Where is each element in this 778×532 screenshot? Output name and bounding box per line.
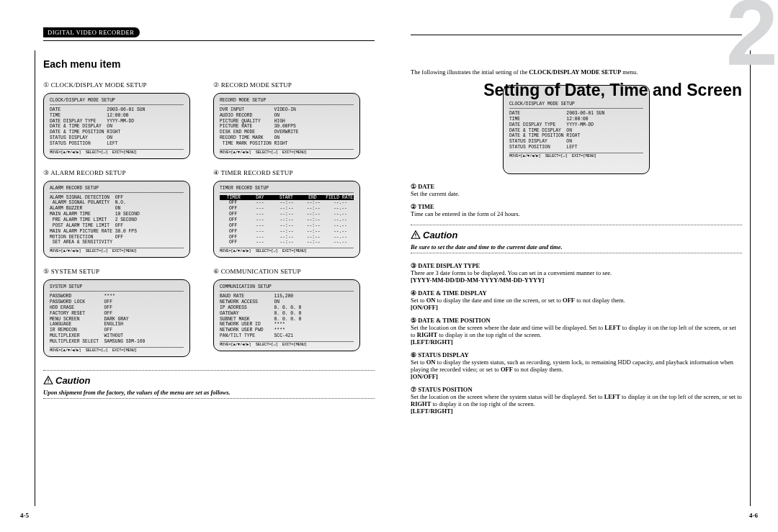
- item-list-top: ① DATESet the current date.② TIMETime ca…: [411, 183, 742, 217]
- setting-item: ⑥ STATUS DISPLAYSet to ON to display the…: [411, 351, 742, 380]
- setting-item: ② TIMETime can be entered in the form of…: [411, 203, 742, 217]
- section-title: Each menu item: [43, 58, 375, 70]
- setting-item: ④ DATE & TIME DISPLAYSet to ON to displa…: [411, 289, 742, 311]
- caution-text: Be sure to set the date and time to the …: [411, 243, 742, 251]
- caution-block: Caution Be sure to set the date and time…: [411, 225, 742, 253]
- menu-label: ⑥ COMMUNICATION SETUP: [213, 268, 375, 275]
- caution-block: Caution Upon shipment from the factory, …: [43, 370, 375, 399]
- menu-block: ⑤ SYSTEM SETUPSYSTEM SETUPPASSWORD **** …: [43, 268, 205, 356]
- caution-text: Upon shipment from the factory, the valu…: [43, 389, 375, 396]
- menu-block: ③ ALARM RECORD SETUPALARM RECORD SETUPAL…: [43, 169, 205, 258]
- menu-block: ① CLOCK/DISPLAY MODE SETUPCLOCK/DISPLAY …: [43, 81, 205, 159]
- osd-screen: TIMER RECORD SETUPTIMERDAYSTARTENDFIELD …: [213, 181, 360, 258]
- menu-label: ② RECORD MODE SETUP: [213, 81, 375, 89]
- left-page: DIGITAL VIDEO RECORDER Each menu item ① …: [0, 0, 389, 532]
- top-rule: [411, 35, 742, 35]
- menu-label: ③ ALARM RECORD SETUP: [43, 169, 205, 176]
- vertical-rule: [35, 50, 35, 506]
- caution-title: Caution: [43, 375, 375, 386]
- menu-label: ④ TIMER RECORD SETUP: [213, 169, 375, 176]
- osd-screen: RECORD MODE SETUPDVR INPUT VIDEO-IN AUDI…: [213, 93, 360, 159]
- intro-text: The following illustrates the intial set…: [411, 68, 742, 76]
- chapter-number: 2: [726, 0, 778, 66]
- setting-item: ③ DATE DISPLAY TYPEThere are 3 date form…: [411, 262, 742, 284]
- chapter-title: Setting of Date, Time and Screen: [411, 81, 742, 100]
- warning-icon: [411, 230, 421, 240]
- menu-block: ② RECORD MODE SETUPRECORD MODE SETUPDVR …: [213, 81, 375, 159]
- menu-label: ⑤ SYSTEM SETUP: [43, 268, 205, 275]
- osd-screen: ALARM RECORD SETUPALARM SIGNAL DETECTION…: [43, 181, 190, 258]
- warning-icon: [43, 375, 53, 385]
- page-number: 4-5: [20, 512, 29, 519]
- caution-title: Caution: [411, 230, 742, 240]
- osd-screen: COMMUNICATION SETUPBAUD RATE 115,200 NET…: [213, 279, 360, 351]
- setting-item: ① DATESet the current date.: [411, 183, 742, 197]
- svg-point-1: [48, 382, 48, 383]
- header-tag: DIGITAL VIDEO RECORDER: [43, 27, 140, 37]
- osd-screen: CLOCK/DISPLAY MODE SETUPDATE 2003-06-01 …: [43, 93, 190, 159]
- item-list-bottom: ③ DATE DISPLAY TYPEThere are 3 date form…: [411, 262, 742, 415]
- menu-grid: ① CLOCK/DISPLAY MODE SETUPCLOCK/DISPLAY …: [43, 81, 375, 357]
- page-number: 4-6: [749, 512, 758, 519]
- svg-point-3: [415, 237, 416, 238]
- osd-screen: SYSTEM SETUPPASSWORD **** PASSWORD LOCK …: [43, 279, 190, 356]
- vertical-rule: [750, 50, 751, 506]
- menu-label: ① CLOCK/DISPLAY MODE SETUP: [43, 81, 205, 89]
- setting-item: ⑤ DATE & TIME POSITIONSet the location o…: [411, 317, 742, 346]
- setting-item: ⑦ STATUS POSITIONSet the location on the…: [411, 386, 742, 415]
- top-rule: [43, 40, 375, 41]
- menu-block: ④ TIMER RECORD SETUPTIMER RECORD SETUPTI…: [213, 169, 375, 258]
- menu-block: ⑥ COMMUNICATION SETUPCOMMUNICATION SETUP…: [213, 268, 375, 356]
- right-page: 2 Setting of Date, Time and Screen The f…: [389, 0, 778, 532]
